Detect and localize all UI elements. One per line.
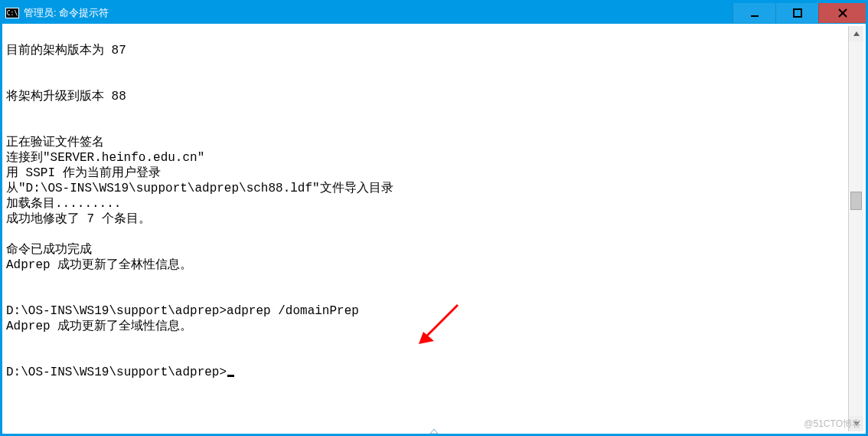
command-prompt-window: C:\ 管理员: 命令提示符 目前的架构版本为 87 将架构升级到版本 88 正… — [0, 0, 868, 436]
console-line: 从"D:\OS-INS\WS19\support\adprep\sch88.ld… — [6, 181, 845, 196]
console-line — [6, 288, 845, 303]
console-output[interactable]: 目前的架构版本为 87 将架构升级到版本 88 正在验证文件签名连接到"SERV… — [5, 26, 848, 431]
watermark-text: @51CTO博客 — [804, 418, 861, 431]
console-line — [6, 334, 845, 349]
console-line: D:\OS-INS\WS19\support\adprep> — [6, 365, 845, 380]
console-line: 命令已成功完成 — [6, 242, 845, 257]
console-line — [6, 120, 845, 135]
client-area: 目前的架构版本为 87 将架构升级到版本 88 正在验证文件签名连接到"SERV… — [5, 26, 863, 431]
cmd-icon: C:\ — [5, 8, 19, 18]
console-line: 将架构升级到版本 88 — [6, 89, 845, 104]
minimize-button[interactable] — [733, 3, 775, 23]
window-title: 管理员: 命令提示符 — [24, 6, 109, 20]
console-line: Adprep 成功更新了全林性信息。 — [6, 257, 845, 273]
scroll-up-button[interactable] — [849, 26, 863, 41]
resize-grip-icon[interactable] — [429, 428, 439, 435]
scroll-track[interactable] — [849, 41, 863, 416]
vertical-scrollbar[interactable] — [848, 26, 863, 431]
text-cursor — [227, 375, 234, 377]
svg-rect-0 — [751, 15, 759, 17]
scroll-thumb[interactable] — [850, 192, 862, 210]
console-line — [6, 58, 845, 74]
console-line: 连接到"SERVER.heinfo.edu.cn" — [6, 150, 845, 166]
console-line — [6, 349, 845, 365]
maximize-button[interactable] — [775, 3, 818, 23]
console-line: 目前的架构版本为 87 — [6, 43, 845, 58]
console-line — [6, 227, 845, 242]
console-line — [6, 74, 845, 89]
console-line: 用 SSPI 作为当前用户登录 — [6, 166, 845, 181]
svg-rect-1 — [794, 9, 801, 17]
console-line: 加载条目......... — [6, 196, 845, 211]
svg-marker-8 — [430, 429, 438, 434]
console-line: 成功地修改了 7 个条目。 — [6, 211, 845, 227]
console-line — [6, 28, 845, 43]
close-button[interactable] — [818, 3, 866, 23]
console-line — [6, 273, 845, 288]
svg-marker-4 — [853, 31, 860, 36]
console-line: Adprep 成功更新了全域性信息。 — [6, 319, 845, 334]
titlebar[interactable]: C:\ 管理员: 命令提示符 — [2, 2, 866, 24]
console-line: 正在验证文件签名 — [6, 135, 845, 150]
console-line — [6, 104, 845, 120]
console-line: D:\OS-INS\WS19\support\adprep>adprep /do… — [6, 303, 845, 319]
